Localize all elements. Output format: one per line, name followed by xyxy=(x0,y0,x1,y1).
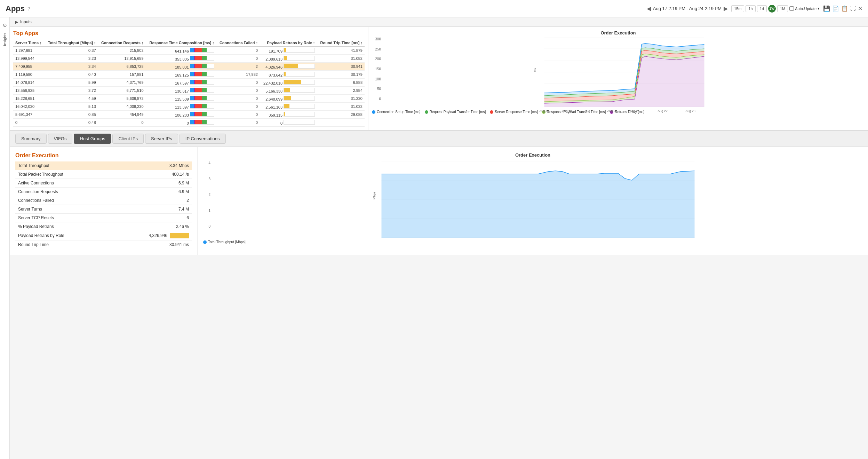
tab-client-ips[interactable]: Client IPs xyxy=(112,134,144,144)
auto-update-chevron[interactable]: ▾ xyxy=(818,6,820,11)
cell-throughput: 0.37 xyxy=(45,47,98,55)
time-prev-icon[interactable]: ◀ xyxy=(647,5,651,12)
col-server-turns[interactable]: Server Turns ↕ xyxy=(13,39,45,47)
resp-time-bar xyxy=(190,120,214,125)
tab-summary[interactable]: Summary xyxy=(15,134,47,144)
bottom-legend: Total Throughput [Mbps] xyxy=(203,240,862,244)
bar-segment xyxy=(195,120,202,124)
cell-conn-failed: 0 xyxy=(216,111,260,119)
time-btn-1w[interactable]: 1W xyxy=(768,5,776,13)
exec-table-row: Connection Requests 6.9 M xyxy=(15,188,192,196)
tab-host-groups[interactable]: Host Groups xyxy=(74,134,111,144)
top-section: Top Apps Server Turns ↕ Total Throughput… xyxy=(10,27,868,131)
retrans-bar xyxy=(284,80,315,85)
cell-conn-failed: 0 xyxy=(216,119,260,127)
col-rtt[interactable]: Round Trip Time [ms] ↕ xyxy=(317,39,365,47)
retrans-fill xyxy=(284,80,301,84)
svg-text:Mbps: Mbps xyxy=(373,191,376,199)
cell-server-turns: 1,297,681 xyxy=(13,47,45,55)
exec-metric-label: Connection Requests xyxy=(15,188,109,196)
sidebar-toggle-icon[interactable]: ⊙ xyxy=(1,21,8,29)
bar-segment xyxy=(190,72,194,76)
cell-resp-time: 169.125 xyxy=(146,71,216,79)
cell-rtt: 30.179 xyxy=(317,71,365,79)
exec-table-row: Connections Failed 2 xyxy=(15,196,192,205)
table-row[interactable]: 1,119,580 0.40 157,881 169.125 17,932 87… xyxy=(13,71,365,79)
time-btn-1h[interactable]: 1h xyxy=(746,5,755,12)
help-icon[interactable]: ? xyxy=(27,6,30,11)
bar-segment xyxy=(195,88,202,92)
table-row[interactable]: 16,042,030 5.13 4,008,230 113.397 0 2,56… xyxy=(13,103,365,111)
cell-resp-time: 0 xyxy=(146,119,216,127)
legend-dot-server-response xyxy=(490,110,493,114)
top-apps-title: Top Apps xyxy=(13,30,365,37)
cell-server-turns: 14,078,814 xyxy=(13,79,45,87)
time-btn-1d[interactable]: 1d xyxy=(757,5,767,12)
bar-segment xyxy=(190,112,194,116)
exec-retrans-value: 4,326,946 xyxy=(149,233,167,238)
auto-update-label: Auto-Update xyxy=(795,7,817,11)
cell-conn-req: 5,606,872 xyxy=(98,95,146,103)
col-resp-time[interactable]: Response Time Composition [ms] ↕ xyxy=(146,39,216,47)
retrans-fill xyxy=(284,112,285,116)
export-icon[interactable]: 📄 xyxy=(832,5,839,12)
save-icon[interactable]: 💾 xyxy=(823,5,830,12)
bar-segment xyxy=(190,96,194,100)
col-throughput[interactable]: Total Throughput [Mbps] ↕ xyxy=(45,39,98,47)
time-btn-1m[interactable]: 1M xyxy=(777,5,788,12)
cell-conn-failed: 0 xyxy=(216,95,260,103)
resp-time-bar xyxy=(190,112,214,117)
col-conn-failed[interactable]: Connections Failed ↕ xyxy=(216,39,260,47)
col-retrans[interactable]: Payload Retrans by Role ↕ xyxy=(260,39,317,47)
cell-rtt: 31.230 xyxy=(317,95,365,103)
time-btn-15m[interactable]: 15m xyxy=(731,5,744,12)
tab-server-ips[interactable]: Server IPs xyxy=(145,134,178,144)
cell-retrans: 873,642 xyxy=(260,71,317,79)
col-conn-req[interactable]: Connection Requests ↕ xyxy=(98,39,146,47)
retrans-bar xyxy=(284,56,315,61)
table-row[interactable]: 13,556,925 3.72 6,771,510 130.617 0 5,16… xyxy=(13,87,365,95)
time-next-icon[interactable]: ▶ xyxy=(724,5,728,12)
top-chart-area: Order Execution 300250200150100500 xyxy=(368,27,868,130)
tab-ip-conversations[interactable]: IP Conversations xyxy=(180,134,226,144)
copy-icon[interactable]: 📋 xyxy=(841,5,848,12)
retrans-bar xyxy=(284,96,315,101)
retrans-bar xyxy=(284,104,315,109)
exec-metric-value: 7.4 M xyxy=(109,205,192,214)
close-icon[interactable]: ✕ xyxy=(858,5,862,12)
table-row[interactable]: 1,297,681 0.37 215,802 641.146 0 191,709… xyxy=(13,47,365,55)
resp-time-bar xyxy=(190,96,214,101)
sidebar-insights-label[interactable]: Insights xyxy=(3,33,7,46)
cell-throughput: 5.99 xyxy=(45,79,98,87)
exec-metric-value: 3.34 Mbps xyxy=(109,161,192,170)
table-row[interactable]: 13,999,544 3.23 12,915,659 353.005 0 2,3… xyxy=(13,55,365,63)
cell-throughput: 3.72 xyxy=(45,87,98,95)
tab-vifgs[interactable]: VIFGs xyxy=(48,134,73,144)
auto-update-checkbox[interactable]: Auto-Update ▾ xyxy=(789,6,820,11)
table-row[interactable]: 5,691,347 0.85 454,949 106.283 0 359,115… xyxy=(13,111,365,119)
bottom-right: Order Execution 43210 xyxy=(198,147,868,255)
cell-conn-req: 6,853,728 xyxy=(98,63,146,71)
inputs-label: Inputs xyxy=(20,19,32,24)
bar-segment xyxy=(190,104,194,108)
table-row[interactable]: 15,228,651 4.59 5,606,872 115.509 0 2,64… xyxy=(13,95,365,103)
cell-server-turns: 0 xyxy=(13,119,45,127)
inputs-bar[interactable]: ▶ Inputs xyxy=(10,17,868,27)
table-row[interactable]: 14,078,814 5.99 4,371,769 167.597 0 22,4… xyxy=(13,79,365,87)
bar-segment xyxy=(202,120,207,124)
top-table-area: Top Apps Server Turns ↕ Total Throughput… xyxy=(10,27,368,130)
exec-table-row: Round Trip Time 30.941 ms xyxy=(15,240,192,249)
inputs-toggle-icon[interactable]: ▶ xyxy=(15,20,18,24)
exec-metric-label: Total Throughput xyxy=(15,161,109,170)
auto-update-input[interactable] xyxy=(789,6,794,11)
exec-metric-label: Active Connections xyxy=(15,179,109,188)
order-exec-chart-svg: Aug 17 Aug 18 Aug 19 Aug 20 Aug 21 Aug 2… xyxy=(384,37,865,107)
table-row[interactable]: 7,409,955 3.34 6,853,728 185.031 2 4,326… xyxy=(13,63,365,71)
legend-label-connection-setup: Connection Setup Time [ms] xyxy=(377,110,421,114)
exec-table-row: Server TCP Resets 6 xyxy=(15,214,192,222)
table-row[interactable]: 0 0.48 0 0 0 0 xyxy=(13,119,365,127)
bottom-chart-title: Order Execution xyxy=(203,152,862,158)
fullscreen-icon[interactable]: ⛶ xyxy=(850,6,856,12)
cell-retrans: 22,432,018 xyxy=(260,79,317,87)
cell-conn-failed: 0 xyxy=(216,79,260,87)
